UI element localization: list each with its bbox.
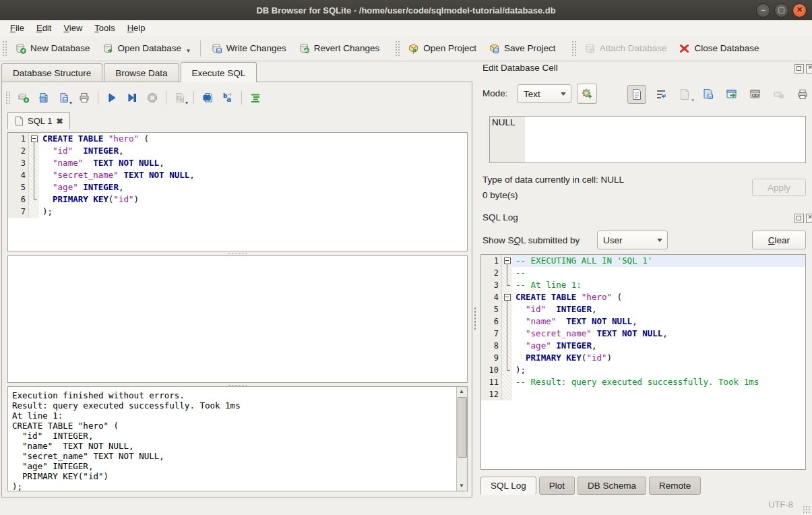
execute-current-line-button[interactable]	[123, 89, 141, 107]
code-line-1[interactable]: 1-- EXECUTING ALL IN 'SQL 1'	[481, 255, 805, 267]
word-wrap-button[interactable]	[652, 86, 670, 103]
copy-link-button[interactable]	[747, 86, 764, 103]
write-changes-button[interactable]: Write Changes	[205, 39, 292, 57]
stop-button[interactable]	[144, 89, 161, 107]
scrollbar-thumb[interactable]	[458, 397, 467, 458]
menu-file[interactable]: File	[4, 22, 30, 34]
toolbar-grip[interactable]	[395, 40, 400, 57]
new-database-button[interactable]: New Database	[9, 39, 96, 57]
chevron-down-icon	[657, 239, 662, 242]
find-replace-button[interactable]: ba	[219, 89, 237, 107]
line-number: 4	[8, 169, 29, 181]
apply-button[interactable]: Apply	[752, 179, 806, 196]
main-toolbar: New Database Open Database ▾ Write Chang…	[0, 36, 812, 61]
scroll-up-arrow[interactable]: ▲	[457, 387, 466, 396]
tab-execute-sql[interactable]: Execute SQL	[181, 62, 257, 82]
set-null-button[interactable]	[770, 86, 788, 103]
fold-margin	[502, 267, 512, 279]
code-line-6[interactable]: 6 "name" TEXT NOT NULL,	[481, 315, 805, 328]
execution-message-pane[interactable]: Execution finished without errors. Resul…	[7, 386, 468, 491]
import-data-button[interactable]: ▾	[676, 86, 693, 103]
dock-tab-remote[interactable]: Remote	[649, 477, 701, 495]
sql-editor[interactable]: 1CREATE TABLE "hero" (2 "id" INTEGER,3 "…	[7, 132, 468, 251]
sql-toolbar-grip[interactable]	[5, 91, 10, 104]
close-panel-icon[interactable]	[806, 214, 812, 223]
code-line-7[interactable]: 7);	[8, 206, 467, 218]
toolbar-grip[interactable]	[571, 40, 576, 57]
close-database-button[interactable]: Close Database	[673, 39, 765, 57]
cell-value-editor[interactable]: NULL	[489, 116, 806, 163]
fold-marker-icon[interactable]	[29, 133, 39, 145]
save-sql-file-button[interactable]: ▾	[55, 89, 73, 107]
code-line-4[interactable]: 4 "secret_name" TEXT NOT NULL,	[8, 169, 467, 181]
scroll-down-arrow[interactable]: ▼	[457, 481, 466, 491]
code-line-2[interactable]: 2 "id" INTEGER,	[8, 145, 467, 157]
close-button[interactable]: ✕	[792, 3, 807, 18]
find-button[interactable]	[199, 89, 216, 107]
fold-margin	[502, 303, 512, 315]
float-panel-icon[interactable]	[794, 64, 804, 73]
text-mode-button[interactable]	[627, 85, 646, 104]
dock-tab-db-schema[interactable]: DB Schema	[577, 477, 646, 495]
save-project-button[interactable]: Save Project	[482, 39, 562, 57]
dock-tab-sql-log[interactable]: SQL Log	[480, 477, 536, 495]
export-data-button[interactable]	[699, 86, 717, 103]
code-line-4[interactable]: 4CREATE TABLE "hero" (	[481, 291, 805, 303]
execute-all-button[interactable]	[103, 89, 121, 107]
clear-button[interactable]: Clear	[752, 231, 806, 249]
fold-marker-icon[interactable]	[502, 255, 512, 267]
close-panel-icon[interactable]	[806, 64, 812, 73]
results-grid-pane[interactable]	[7, 255, 468, 383]
open-database-button[interactable]: Open Database ▾	[96, 39, 196, 57]
database-new-icon	[15, 42, 26, 54]
code-line-8[interactable]: 8 "age" INTEGER,	[481, 340, 805, 352]
auto-switch-mode-button[interactable]	[577, 84, 597, 104]
maximize-button[interactable]: ▢	[774, 3, 788, 18]
new-sql-tab-button[interactable]	[15, 89, 32, 107]
titlebar[interactable]: DB Browser for SQLite - /home/user/code/…	[0, 0, 812, 21]
fold-marker-icon[interactable]	[502, 291, 512, 303]
open-project-label: Open Project	[423, 43, 476, 53]
line-number: 3	[481, 279, 502, 291]
print-cell-button[interactable]	[794, 86, 811, 103]
dock-tab-plot[interactable]: Plot	[539, 477, 575, 495]
code-line-6[interactable]: 6 PRIMARY KEY("id")	[8, 193, 467, 206]
panel-splitter[interactable]	[474, 307, 476, 330]
menu-edit[interactable]: Edit	[30, 22, 57, 34]
float-panel-icon[interactable]	[794, 214, 804, 223]
open-sql-file-button[interactable]	[35, 89, 53, 107]
close-tab-icon[interactable]: ✖	[56, 117, 63, 126]
sql-log-editor[interactable]: 1-- EXECUTING ALL IN 'SQL 1'2--3-- At li…	[480, 254, 806, 470]
sql-tab[interactable]: SQL 1 ✖	[7, 112, 70, 129]
print-button[interactable]	[75, 89, 93, 107]
code-line-10[interactable]: 10);	[481, 364, 805, 376]
menu-view[interactable]: View	[57, 22, 88, 34]
minimize-button[interactable]: –	[756, 3, 770, 18]
revert-changes-button[interactable]: Revert Changes	[292, 39, 386, 57]
code-line-1[interactable]: 1CREATE TABLE "hero" (	[8, 133, 467, 145]
code-line-3[interactable]: 3-- At line 1:	[481, 279, 805, 291]
code-line-5[interactable]: 5 "age" INTEGER,	[8, 181, 467, 193]
code-line-2[interactable]: 2--	[481, 267, 805, 279]
code-line-7[interactable]: 7 "secret_name" TEXT NOT NULL,	[481, 328, 805, 340]
attach-database-button[interactable]: Attach Database	[578, 39, 673, 57]
open-external-button[interactable]	[723, 86, 741, 103]
vertical-scrollbar[interactable]: ▲ ▼	[456, 387, 467, 491]
code-line-11[interactable]: 11-- Result: query executed successfully…	[481, 376, 805, 388]
menu-tools[interactable]: Tools	[88, 22, 121, 34]
code-line-9[interactable]: 9 PRIMARY KEY("id")	[481, 352, 805, 364]
mode-select[interactable]: Text	[518, 84, 571, 103]
menu-help[interactable]: Help	[121, 22, 152, 34]
format-sql-button[interactable]	[247, 89, 264, 107]
save-results-button[interactable]: ▾	[171, 89, 189, 107]
code-line-3[interactable]: 3 "name" TEXT NOT NULL,	[8, 157, 467, 169]
code-line-12[interactable]: 12	[481, 388, 805, 400]
tab-browse-data[interactable]: Browse Data	[104, 63, 179, 82]
toolbar-grip[interactable]	[2, 40, 7, 57]
tab-database-structure[interactable]: Database Structure	[1, 63, 102, 82]
code-line-5[interactable]: 5 "id" INTEGER,	[481, 303, 805, 315]
submitted-by-select[interactable]: User	[597, 231, 668, 249]
resize-grip[interactable]	[803, 506, 811, 514]
chevron-down-icon: ▾	[185, 100, 188, 106]
open-project-button[interactable]: Open Project	[402, 39, 482, 57]
